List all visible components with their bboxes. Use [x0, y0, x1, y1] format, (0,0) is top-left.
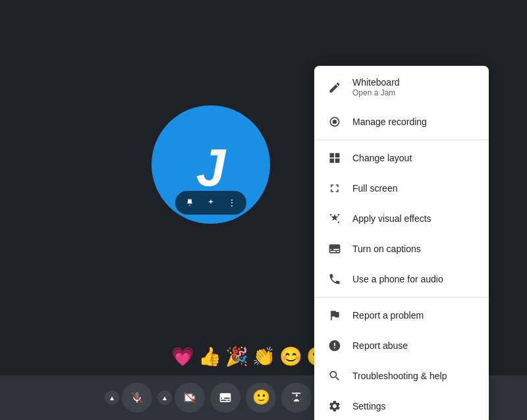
emoji-heart[interactable]: 💗	[171, 346, 194, 367]
svg-point-4	[338, 214, 340, 216]
captions-button[interactable]	[210, 382, 240, 413]
mic-group: ▲	[105, 382, 152, 413]
svg-point-6	[338, 221, 340, 223]
phone-audio-label: Use a phone for audio	[352, 273, 443, 285]
menu-item-report-problem[interactable]: Report a problem	[314, 300, 489, 330]
sparkle-icon	[327, 211, 342, 226]
layout-icon	[327, 151, 342, 165]
menu-item-whiteboard[interactable]: Whiteboard Open a Jam	[314, 68, 489, 107]
video-area: J ⋮ 💗 👍 🎉 👏 😊 😮 😢 ▲	[0, 0, 527, 420]
menu-section-3: Report a problem Report abuse Troublesho…	[314, 297, 489, 420]
camera-button[interactable]	[175, 382, 205, 413]
warning-icon	[327, 338, 342, 353]
gear-icon	[327, 399, 342, 413]
svg-point-5	[330, 214, 332, 216]
camera-group: ▲	[157, 382, 205, 413]
mic-chevron[interactable]: ▲	[105, 390, 119, 405]
more-participant-button[interactable]: ⋮	[223, 194, 241, 212]
flag-icon	[327, 308, 342, 323]
menu-item-change-layout[interactable]: Change layout	[314, 143, 489, 173]
full-screen-label: Full screen	[352, 182, 397, 194]
help-icon	[327, 369, 342, 383]
emoji-smile[interactable]: 😊	[279, 346, 302, 367]
phone-icon	[327, 272, 342, 286]
avatar-letter: J	[196, 138, 226, 198]
menu-item-manage-recording[interactable]: Manage recording	[314, 107, 489, 137]
menu-item-settings[interactable]: Settings	[314, 391, 489, 420]
emoji-thumbsup[interactable]: 👍	[198, 346, 221, 367]
captions-label: Turn on captions	[352, 243, 421, 255]
menu-item-troubleshooting[interactable]: Troubleshooting & help	[314, 361, 489, 391]
visual-effects-label: Apply visual effects	[352, 213, 431, 224]
menu-item-full-screen[interactable]: Full screen	[314, 173, 489, 203]
participant-tile: J ⋮	[152, 105, 270, 224]
record-icon	[327, 115, 342, 129]
menu-item-visual-effects[interactable]: Apply visual effects	[314, 203, 489, 234]
manage-recording-label: Manage recording	[352, 116, 427, 128]
emoji-confetti[interactable]: 🎉	[225, 346, 248, 367]
pencil-icon	[327, 80, 342, 95]
pin-button[interactable]	[180, 194, 199, 212]
emoji-reactions-button[interactable]: 🙂	[246, 382, 276, 413]
menu-section-2: Change layout Full screen Apply visual e…	[314, 140, 489, 297]
report-abuse-label: Report abuse	[352, 340, 408, 352]
menu-section-1: Whiteboard Open a Jam Manage recording	[314, 66, 489, 140]
menu-item-captions[interactable]: Turn on captions	[314, 234, 489, 264]
change-layout-label: Change layout	[352, 152, 412, 164]
mic-button[interactable]	[122, 382, 152, 413]
fullscreen-icon	[327, 181, 342, 196]
whiteboard-label: Whiteboard	[352, 76, 400, 88]
present-button[interactable]	[281, 382, 312, 413]
whiteboard-sublabel: Open a Jam	[352, 88, 400, 99]
settings-label: Settings	[352, 400, 386, 412]
menu-item-phone-audio[interactable]: Use a phone for audio	[314, 264, 489, 294]
emoji-clap[interactable]: 👏	[252, 346, 275, 367]
dropdown-menu: Whiteboard Open a Jam Manage recording C…	[314, 66, 489, 420]
captions-icon	[327, 242, 342, 256]
participant-controls-bar: ⋮	[175, 191, 246, 215]
troubleshooting-label: Troubleshooting & help	[352, 370, 447, 382]
report-problem-label: Report a problem	[352, 309, 424, 321]
magic-button[interactable]	[202, 194, 220, 212]
svg-point-3	[333, 119, 337, 124]
menu-item-report-abuse[interactable]: Report abuse	[314, 330, 489, 361]
camera-chevron[interactable]: ▲	[157, 390, 172, 405]
